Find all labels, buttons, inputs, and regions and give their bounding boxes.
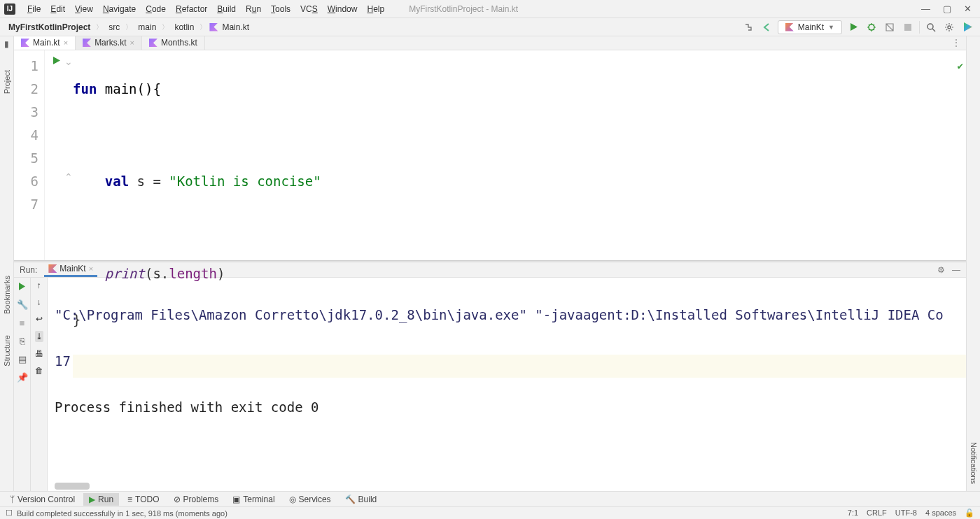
down-icon[interactable]: ↓ (37, 297, 41, 307)
svg-point-2 (927, 24, 933, 29)
menu-refactor[interactable]: Refactor (171, 2, 212, 16)
close-tab-icon[interactable]: × (130, 38, 134, 47)
bookmarks-tool-button[interactable]: Bookmarks (3, 276, 11, 314)
right-tool-stripe: Notifications (966, 36, 980, 491)
chevron-icon: 〉 (160, 22, 170, 32)
menu-bar: IJ File Edit View Navigate Code Refactor… (0, 0, 980, 18)
soft-wrap-icon[interactable]: ↩ (36, 314, 43, 324)
warn-icon: ⊘ (174, 495, 181, 504)
print-icon[interactable]: 🖶 (35, 349, 43, 359)
editor-tab-main[interactable]: Main.kt × (14, 36, 76, 50)
close-tab-icon[interactable]: × (64, 38, 68, 47)
gutter-icons: ⌄ ⌃ (45, 50, 73, 260)
close-button[interactable]: ✕ (964, 3, 972, 14)
list-icon: ≡ (127, 495, 132, 504)
editor-tab-marks[interactable]: Marks.kt × (76, 36, 142, 50)
indent-setting[interactable]: 4 spaces (925, 509, 956, 518)
menu-vcs[interactable]: VCS (295, 2, 323, 16)
kotlin-icon (48, 264, 57, 273)
notifications-tool-button[interactable]: Notifications (969, 442, 978, 484)
pin-icon[interactable]: 📌 (17, 371, 28, 383)
stop-icon[interactable] (901, 20, 915, 34)
console-output[interactable]: "C:\Program Files\Amazon Corretto\jdk17.… (48, 278, 966, 491)
fold-end-icon[interactable]: ⌃ (64, 171, 73, 183)
bt-build[interactable]: 🔨Build (340, 493, 383, 506)
bt-todo[interactable]: ≡TODO (122, 493, 164, 506)
kotlin-icon (785, 23, 794, 31)
crumb-src[interactable]: src (106, 21, 122, 34)
inspection-ok-icon[interactable]: ✔ (958, 55, 963, 78)
breadcrumbs: MyFirstKotlinProject 〉 src 〉 main 〉 kotl… (6, 21, 252, 34)
lock-icon[interactable]: 🔓 (965, 509, 974, 518)
bt-terminal[interactable]: ▣Terminal (227, 493, 280, 506)
clear-icon[interactable]: 🗑 (35, 366, 43, 376)
run-icon[interactable] (846, 20, 860, 34)
fold-start-icon[interactable]: ⌄ (64, 56, 73, 67)
scroll-end-icon[interactable]: ⤓ (35, 331, 43, 342)
search-icon[interactable] (924, 20, 938, 34)
menu-code[interactable]: Code (141, 2, 171, 16)
chevron-icon: 〉 (124, 22, 134, 32)
play-gradient-icon[interactable] (960, 20, 974, 34)
run-config-selector[interactable]: MainKt ▼ (778, 20, 842, 34)
bt-problems[interactable]: ⊘Problems (168, 493, 225, 506)
menu-tools[interactable]: Tools (266, 2, 295, 16)
stop-run-icon[interactable]: ■ (17, 317, 28, 328)
minimize-button[interactable]: — (921, 3, 930, 14)
editor-tab-months[interactable]: Months.kt (142, 36, 205, 50)
layout-icon[interactable]: ▤ (17, 353, 28, 364)
crumb-main[interactable]: main (135, 21, 159, 34)
debug-icon[interactable] (864, 20, 878, 34)
bt-version-control[interactable]: ᛘVersion Control (4, 493, 80, 506)
services-icon: ◎ (289, 495, 296, 504)
add-config-icon[interactable] (741, 20, 755, 34)
menu-window[interactable]: Window (323, 2, 363, 16)
status-icon[interactable]: ☐ (6, 509, 13, 518)
up-icon[interactable]: ↑ (37, 280, 41, 290)
tab-label: Marks.kt (94, 38, 126, 48)
menu-navigate[interactable]: Navigate (98, 2, 141, 16)
console-line: 17 (55, 350, 959, 373)
navigation-bar: MyFirstKotlinProject 〉 src 〉 main 〉 kotl… (0, 18, 980, 36)
menu-view[interactable]: View (70, 2, 98, 16)
menu-help[interactable]: Help (362, 2, 389, 16)
line-separator[interactable]: CRLF (867, 509, 887, 518)
window-controls: — ▢ ✕ (921, 3, 976, 14)
horizontal-scrollbar[interactable] (55, 483, 90, 490)
structure-tool-button[interactable]: Structure (3, 335, 11, 367)
dropdown-icon: ▼ (828, 24, 834, 31)
back-icon[interactable] (760, 20, 774, 34)
status-message: Build completed successfully in 1 sec, 9… (17, 509, 227, 518)
crumb-file[interactable]: Main.kt (219, 21, 252, 34)
tabs-menu-icon[interactable]: ⋮ (952, 38, 960, 48)
settings-icon[interactable] (942, 20, 956, 34)
crumb-project[interactable]: MyFirstKotlinProject (6, 21, 93, 34)
menu-file[interactable]: File (22, 2, 46, 16)
wrench-icon[interactable]: 🔧 (17, 299, 28, 310)
bt-services[interactable]: ◎Services (284, 493, 337, 506)
run-toolbar-inner: ↑ ↓ ↩ ⤓ 🖶 🗑 (31, 278, 48, 491)
code-editor[interactable]: 1 2 3 4 5 6 7 ⌄ ⌃ fun main(){ val s = "K… (14, 50, 966, 260)
crumb-kotlin[interactable]: kotlin (172, 21, 197, 34)
tab-label: Main.kt (33, 38, 60, 48)
left-tool-stripe: ▮ Project Bookmarks Structure (0, 36, 14, 491)
caret-position[interactable]: 7:1 (848, 509, 858, 518)
dump-threads-icon[interactable]: ⎘ (17, 335, 28, 346)
run-line-icon[interactable] (52, 56, 61, 65)
project-tool-button[interactable]: Project (3, 70, 11, 94)
console-line: "C:\Program Files\Amazon Corretto\jdk17.… (55, 304, 959, 327)
tab-label: Months.kt (161, 38, 197, 48)
code-area[interactable]: fun main(){ val s = "Kotlin is concise" … (73, 50, 966, 260)
file-encoding[interactable]: UTF-8 (895, 509, 917, 518)
menu-build[interactable]: Build (212, 2, 241, 16)
bt-run[interactable]: ▶Run (83, 493, 119, 506)
rerun-icon[interactable] (17, 280, 28, 292)
project-tool-icon[interactable]: ▮ (4, 39, 9, 49)
svg-rect-1 (904, 24, 911, 31)
chevron-icon: 〉 (94, 22, 104, 32)
maximize-button[interactable]: ▢ (943, 3, 951, 14)
menu-edit[interactable]: Edit (46, 2, 70, 16)
coverage-icon[interactable] (883, 20, 897, 34)
toolbar: MainKt ▼ (741, 20, 974, 34)
menu-run[interactable]: Run (241, 2, 266, 16)
